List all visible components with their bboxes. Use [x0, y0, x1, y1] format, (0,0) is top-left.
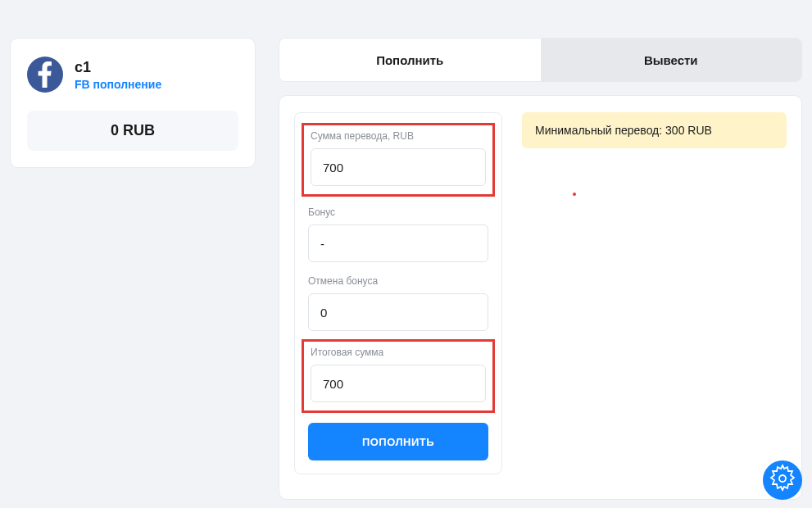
account-subtitle: FB пополнение [75, 78, 161, 91]
account-card: c1 FB пополнение 0 RUB [10, 38, 256, 168]
main-panel: Пополнить Вывести Сумма перевода, RUB Бо… [279, 38, 802, 500]
info-column: Минимальный перевод: 300 RUB [522, 112, 787, 474]
content-card: Сумма перевода, RUB Бонус Отмена бонуса … [279, 95, 802, 500]
svg-point-0 [779, 475, 786, 482]
tabs-row: Пополнить Вывести [279, 38, 802, 82]
total-input[interactable] [311, 365, 486, 402]
deposit-button[interactable]: ПОПОЛНИТЬ [308, 423, 488, 460]
min-transfer-notice: Минимальный перевод: 300 RUB [522, 112, 787, 148]
cancel-bonus-input[interactable] [308, 293, 488, 331]
balance-value: 0 RUB [27, 111, 238, 151]
cancel-bonus-label: Отмена бонуса [308, 275, 488, 287]
amount-highlight: Сумма перевода, RUB [302, 123, 495, 197]
deposit-form: Сумма перевода, RUB Бонус Отмена бонуса … [294, 112, 502, 474]
bonus-input[interactable] [308, 225, 488, 262]
indicator-dot [573, 193, 576, 196]
total-highlight: Итоговая сумма [302, 339, 495, 413]
bonus-label: Бонус [308, 206, 488, 218]
tab-deposit[interactable]: Пополнить [279, 39, 541, 81]
gear-icon [768, 464, 797, 497]
total-label: Итоговая сумма [311, 347, 486, 358]
amount-label: Сумма перевода, RUB [311, 130, 486, 142]
settings-fab[interactable] [763, 460, 802, 500]
account-row: c1 FB пополнение [27, 57, 238, 93]
account-meta: c1 FB пополнение [75, 59, 161, 91]
account-name: c1 [75, 59, 161, 76]
tab-withdraw[interactable]: Вывести [541, 39, 802, 81]
amount-input[interactable] [311, 148, 486, 186]
facebook-icon [27, 57, 63, 93]
